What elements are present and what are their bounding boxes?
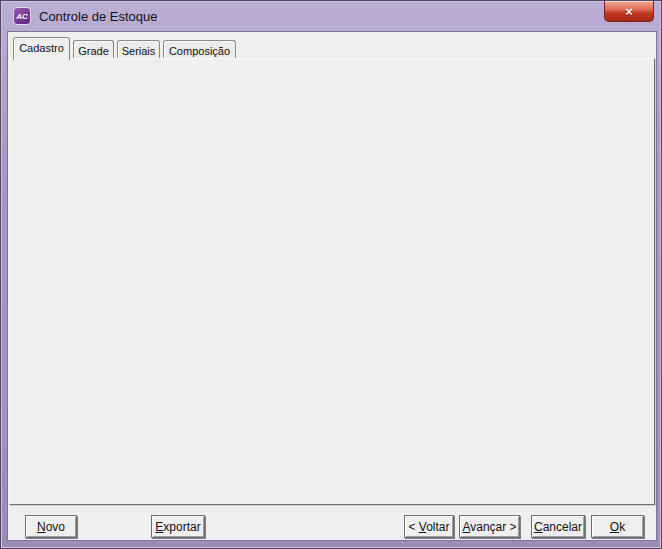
app-icon: AC xyxy=(13,7,31,25)
tab-composicao-label: Composição xyxy=(169,45,230,57)
titlebar[interactable]: AC Controle de Estoque × xyxy=(1,1,661,31)
app-icon-text: AC xyxy=(16,12,28,21)
novo-button[interactable]: Novo xyxy=(25,515,77,538)
close-button[interactable]: × xyxy=(604,1,654,22)
avancar-button[interactable]: Avançar > xyxy=(459,515,520,538)
tab-grade-label: Grade xyxy=(78,45,109,57)
exportar-button[interactable]: Exportar xyxy=(151,515,205,538)
ok-button[interactable]: Ok xyxy=(591,515,644,538)
window-title: Controle de Estoque xyxy=(39,9,158,24)
voltar-button[interactable]: < Voltar xyxy=(404,515,454,538)
voltar-button-label: < xyxy=(408,520,418,534)
tab-grade[interactable]: Grade xyxy=(73,40,114,58)
tab-cadastro-label: Cadastro xyxy=(19,42,64,54)
tab-cadastro[interactable]: Cadastro xyxy=(13,37,70,60)
tab-page-cadastro xyxy=(9,58,655,505)
tab-seriais[interactable]: Seriais xyxy=(117,40,160,58)
tab-seriais-label: Seriais xyxy=(122,45,156,57)
tab-composicao[interactable]: Composição xyxy=(163,40,236,58)
controle-de-estoque-window: AC Controle de Estoque × Cadastro Grade … xyxy=(0,0,662,549)
close-icon: × xyxy=(625,4,633,19)
cancelar-button[interactable]: Cancelar xyxy=(531,515,585,538)
